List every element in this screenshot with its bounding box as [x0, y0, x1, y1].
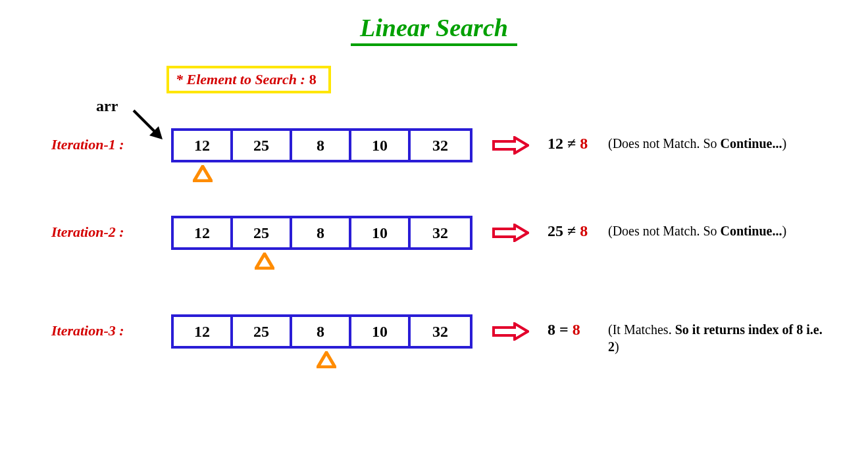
array-row: 12 25 8 10 32: [171, 216, 472, 250]
compare-left: 25: [548, 222, 563, 239]
result-arrow-icon: [492, 322, 529, 341]
array-cell: 10: [351, 131, 411, 160]
svg-marker-6: [318, 353, 335, 367]
svg-marker-3: [494, 137, 528, 153]
array-row: 12 25 8 10 32: [171, 128, 472, 162]
note-close: ): [782, 224, 786, 238]
pointer-icon: [193, 165, 213, 182]
array-cell: 12: [174, 317, 233, 346]
array-cell: 10: [351, 218, 411, 247]
arr-arrow-icon: [128, 105, 168, 145]
note-plain: (It Matches.: [608, 322, 675, 337]
note-plain: (Does not Match. So: [608, 136, 721, 151]
note-close: ): [615, 339, 619, 354]
result-arrow-icon: [492, 224, 529, 242]
array-cell: 25: [233, 218, 292, 247]
array-cell: 25: [233, 317, 292, 346]
search-target-box: * Element to Search : 8: [166, 66, 331, 93]
title-container: Linear Search: [0, 13, 868, 46]
array-cell: 12: [174, 218, 233, 247]
array-cell: 25: [233, 131, 292, 160]
comparison: 12 ≠ 8: [548, 135, 588, 153]
pointer-icon: [317, 351, 336, 368]
compare-op: ≠: [567, 222, 576, 239]
compare-op: =: [559, 321, 569, 338]
result-arrow-icon: [492, 136, 529, 155]
result-note: (It Matches. So it returns index of 8 i.…: [608, 321, 825, 355]
compare-right: 8: [580, 222, 588, 239]
pointer-icon: [255, 253, 274, 270]
array-cell: 8: [292, 317, 351, 346]
array-cell: 32: [411, 131, 470, 160]
note-plain: (Does not Match. So: [608, 224, 721, 238]
iteration-label: Iteration-2 :: [51, 224, 124, 241]
compare-right: 8: [573, 321, 580, 338]
comparison: 8 = 8: [548, 321, 580, 339]
svg-marker-2: [194, 166, 211, 181]
svg-marker-4: [256, 254, 273, 268]
array-cell: 8: [292, 218, 351, 247]
array-cell: 12: [174, 131, 233, 160]
iteration-label: Iteration-3 :: [51, 322, 124, 339]
note-bold: Continue...: [721, 224, 782, 238]
note-close: ): [782, 136, 786, 151]
search-value: 8: [309, 71, 317, 88]
note-bold: Continue...: [721, 136, 782, 151]
array-cell: 8: [292, 131, 351, 160]
svg-marker-5: [494, 225, 528, 241]
compare-op: ≠: [567, 135, 576, 152]
result-note: (Does not Match. So Continue...): [608, 135, 786, 152]
iteration-label: Iteration-1 :: [51, 136, 124, 153]
svg-marker-7: [494, 324, 528, 339]
comparison: 25 ≠ 8: [548, 222, 588, 240]
search-label: * Element to Search :: [176, 71, 305, 88]
result-note: (Does not Match. So Continue...): [608, 222, 786, 239]
array-cell: 32: [411, 317, 470, 346]
array-row: 12 25 8 10 32: [171, 314, 472, 349]
compare-left: 8: [548, 321, 555, 338]
array-cell: 32: [411, 218, 470, 247]
array-var-label: arr: [96, 97, 118, 115]
compare-left: 12: [548, 135, 563, 152]
compare-right: 8: [580, 135, 588, 152]
page-title: Linear Search: [351, 13, 517, 46]
array-cell: 10: [351, 317, 411, 346]
